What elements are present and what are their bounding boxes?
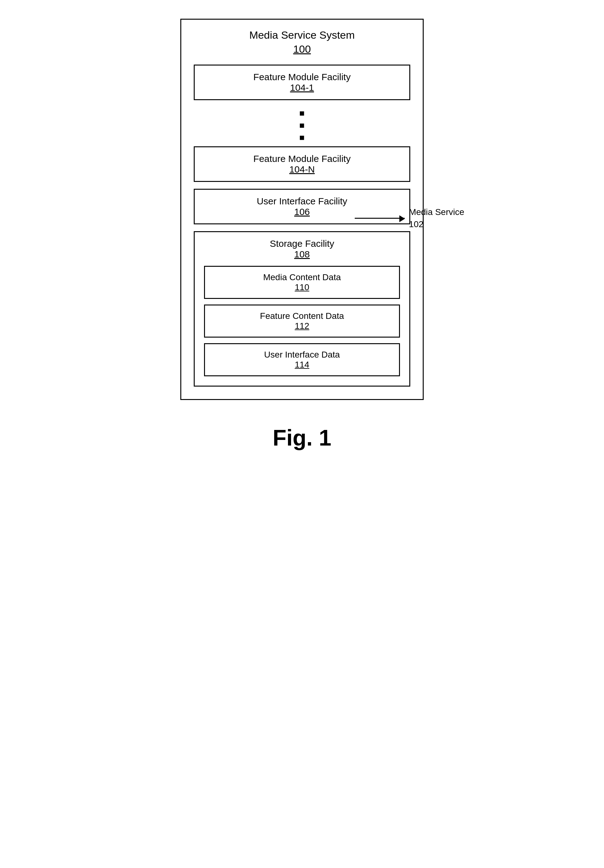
media-service-arrow-group: Media Service 102 [355, 206, 464, 230]
media-content-data-id: 110 [213, 282, 391, 292]
diagram-wrapper: Media Service System 100 Feature Module … [130, 19, 474, 400]
arrow-line [355, 218, 405, 219]
media-service-label: Media Service 102 [409, 206, 464, 230]
storage-facility-id: 108 [204, 249, 400, 260]
main-system-title: Media Service System [194, 29, 410, 41]
feature-content-data-box: Feature Content Data 112 [204, 304, 400, 338]
ui-data-box: User Interface Data 114 [204, 343, 400, 376]
figure-label: Fig. 1 [273, 425, 331, 451]
feature-module-n-title: Feature Module Facility [204, 153, 400, 164]
media-content-data-box: Media Content Data 110 [204, 266, 400, 299]
feature-module-1-box: Feature Module Facility 104-1 [194, 65, 410, 100]
feature-module-n-box: Feature Module Facility 104-N [194, 146, 410, 182]
storage-facility-title: Storage Facility [204, 239, 400, 249]
feature-module-1-id: 104-1 [204, 82, 400, 93]
arrow-head [400, 215, 405, 222]
main-system-id: 100 [194, 43, 410, 55]
media-content-data-title: Media Content Data [213, 272, 391, 282]
feature-module-1-title: Feature Module Facility [204, 72, 400, 82]
ui-data-title: User Interface Data [213, 350, 391, 360]
feature-module-n-id: 104-N [204, 164, 400, 175]
feature-content-data-title: Feature Content Data [213, 311, 391, 321]
ui-data-id: 114 [213, 360, 391, 370]
feature-content-data-id: 112 [213, 321, 391, 331]
ellipsis-dots: ■■■ [194, 107, 410, 144]
storage-facility-box: Storage Facility 108 Media Content Data … [194, 231, 410, 387]
page-container: Media Service System 100 Feature Module … [0, 19, 604, 868]
ui-facility-title: User Interface Facility [204, 196, 400, 206]
